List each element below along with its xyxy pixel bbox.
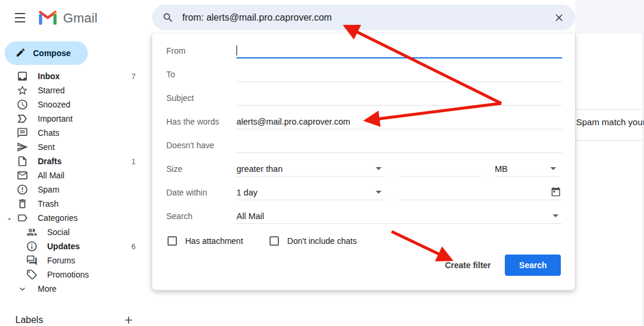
search-input[interactable]: from: alerts@mail.pro.caprover.com	[182, 12, 553, 23]
date-within-dropdown[interactable]: 1 day	[236, 185, 385, 200]
clock-icon	[17, 99, 28, 110]
sidebar-item-more[interactable]: More	[0, 282, 151, 296]
dropdown-arrow-icon	[553, 214, 558, 217]
search-bar[interactable]: from: alerts@mail.pro.caprover.com	[152, 5, 575, 30]
sidebar-item-categories[interactable]: Categories	[0, 211, 151, 225]
dropdown-arrow-icon	[550, 167, 556, 170]
create-filter-button[interactable]: Create filter	[436, 255, 499, 275]
draft-icon	[17, 155, 28, 167]
from-input[interactable]	[236, 43, 562, 58]
has-attachment-label: Has attachment	[185, 236, 243, 246]
content-divider	[576, 140, 643, 141]
search-scope-dropdown[interactable]: All Mail	[236, 208, 562, 224]
compose-label: Compose	[33, 48, 71, 58]
people-icon	[26, 226, 38, 238]
caret-down-icon[interactable]	[6, 215, 13, 222]
dont-include-chats-label: Don't include chats	[287, 236, 357, 246]
forum-icon	[26, 255, 38, 266]
labels-title: Labels	[15, 315, 43, 325]
inbox-icon	[17, 70, 28, 82]
sidebar-item-important[interactable]: Important	[0, 112, 151, 126]
content-divider	[576, 109, 643, 110]
sidebar-item-sent[interactable]: Sent	[0, 140, 151, 154]
main-content-area: Spam match your s	[576, 34, 644, 326]
dont-include-chats-checkbox[interactable]	[270, 236, 279, 246]
dropdown-arrow-icon	[376, 191, 382, 194]
left-sidebar: Compose Inbox 7 Starred Snoozed Importan…	[0, 34, 151, 326]
top-header: Gmail from: alerts@mail.pro.caprover.com	[0, 0, 644, 34]
size-label: Size	[166, 164, 236, 174]
search-scope-label: Search	[166, 211, 236, 221]
pencil-icon	[15, 47, 26, 60]
text-cursor	[236, 45, 237, 56]
sidebar-item-social[interactable]: Social	[0, 225, 151, 239]
info-icon	[26, 240, 38, 252]
inbox-count: 7	[132, 72, 151, 81]
promotions-tag-icon	[26, 269, 38, 281]
calendar-icon[interactable]	[551, 187, 561, 198]
labels-section-header: Labels	[0, 311, 151, 326]
trash-icon	[17, 198, 28, 210]
label-important-icon	[17, 113, 28, 125]
sidebar-item-starred[interactable]: Starred	[0, 83, 151, 97]
sidebar-item-all-mail[interactable]: All Mail	[0, 168, 151, 182]
drafts-count: 1	[132, 157, 151, 166]
sidebar-item-drafts[interactable]: Drafts 1	[0, 154, 151, 168]
tag-icon	[17, 212, 28, 224]
has-words-input[interactable]: alerts@mail.pro.caprover.com	[236, 114, 562, 129]
subject-label: Subject	[166, 93, 236, 103]
from-label: From	[166, 46, 236, 56]
doesnt-have-label: Doesn't have	[166, 141, 236, 150]
mail-icon	[17, 169, 28, 181]
gmail-logo-icon	[38, 9, 58, 27]
chat-icon	[17, 127, 28, 139]
dropdown-arrow-icon	[376, 167, 382, 170]
sidebar-nav: Inbox 7 Starred Snoozed Important Chats …	[0, 69, 151, 296]
sidebar-item-trash[interactable]: Trash	[0, 197, 151, 211]
has-words-label: Has the words	[166, 117, 236, 126]
send-icon	[17, 141, 28, 153]
spam-icon	[17, 184, 28, 195]
sidebar-item-forums[interactable]: Forums	[0, 253, 151, 268]
close-icon[interactable]	[553, 11, 566, 24]
gmail-logo: Gmail	[38, 9, 97, 27]
star-icon	[17, 84, 28, 96]
compose-button[interactable]: Compose	[5, 41, 88, 65]
sidebar-item-promotions[interactable]: Promotions	[0, 268, 151, 282]
sidebar-item-spam[interactable]: Spam	[0, 182, 151, 197]
search-icon[interactable]	[162, 11, 175, 24]
updates-count: 6	[132, 242, 151, 251]
size-unit-dropdown[interactable]: MB	[495, 161, 560, 177]
date-input[interactable]	[399, 185, 562, 200]
to-input[interactable]	[236, 67, 562, 82]
size-value-input[interactable]	[399, 161, 481, 177]
sidebar-item-updates[interactable]: Updates 6	[0, 239, 151, 253]
date-within-label: Date within	[166, 188, 236, 197]
sidebar-item-inbox[interactable]: Inbox 7	[0, 69, 151, 83]
to-label: To	[166, 70, 236, 79]
size-operator-dropdown[interactable]: greater than	[236, 161, 385, 177]
settings-row-text: Spam match your s	[576, 117, 644, 127]
content-right-border	[643, 34, 643, 326]
has-attachment-checkbox[interactable]	[167, 236, 177, 246]
search-filter-panel: From To Subject Has the words alerts@mai…	[152, 34, 576, 291]
chevron-down-icon	[17, 283, 28, 295]
doesnt-have-input[interactable]	[236, 138, 562, 153]
plus-icon[interactable]	[121, 313, 136, 326]
sidebar-item-snoozed[interactable]: Snoozed	[0, 97, 151, 112]
sidebar-item-chats[interactable]: Chats	[0, 126, 151, 140]
app-title: Gmail	[63, 11, 97, 26]
header-right-band	[575, 0, 644, 34]
main-menu-icon[interactable]	[13, 11, 27, 25]
subject-input[interactable]	[236, 90, 562, 106]
search-button[interactable]: Search	[505, 255, 561, 276]
